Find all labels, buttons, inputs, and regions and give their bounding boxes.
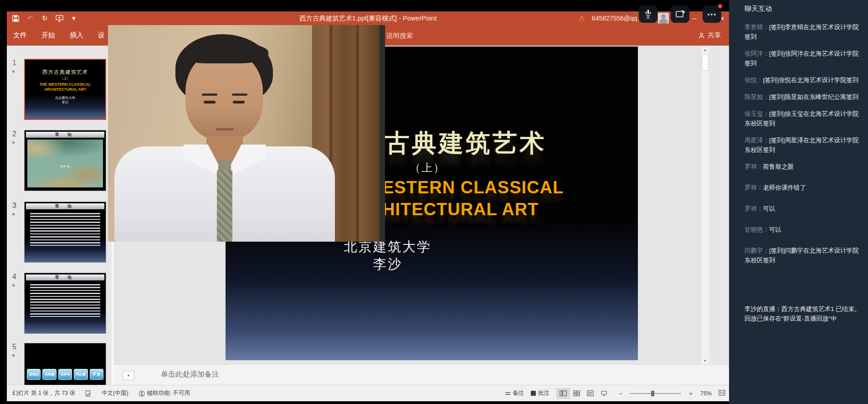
chat-system-message: 李沙的直播：西方古典建筑艺术1 已结束。回放已保存在“群设置-直播回放”中 [745,304,862,323]
voice-to-text-button[interactable]: 文 [639,5,657,23]
accessibility-icon [139,390,145,397]
chat-message: 闫鹏宇：[签到]闫鹏宇在北海艺术设计学院东校区签到 [745,246,862,265]
language-indicator[interactable]: 中文(中国) [102,389,128,397]
thumbnail-image: 导 论 [24,202,106,263]
thumb-title-en: THE WESTERN CLASSICALARCHITECTURAL ART [25,82,105,92]
tab-file[interactable]: 文件 [13,31,27,40]
screen-rotate-icon [675,9,686,19]
transition-star-icon: ★ [11,69,15,74]
slide-number: 1 [12,59,16,67]
account-avatar[interactable] [658,13,669,24]
era-button: 古希腊 [42,369,56,380]
normal-view-button[interactable] [556,388,570,399]
thumbnail-slide-5[interactable]: 5 ★ 古埃及 古希腊 古罗马 拜占庭 罗 曼 哥 特 文艺复兴 巴洛克 洛可可 [24,343,106,385]
reading-view-button[interactable] [584,388,597,399]
comments-toggle-button[interactable]: 批注 [531,389,550,397]
era-button: 古埃及 [27,369,41,380]
slide-sorter-view-button[interactable] [570,388,584,399]
chat-message: 李意晴：[签到]李意晴在北海艺术设计学院签到 [745,22,862,41]
view-switcher [556,388,611,399]
era-button: 古罗马 [58,369,72,380]
mediterranean-map: 地中海 [27,140,103,187]
thumbnail-image: 导 论 [24,273,106,334]
thumbnail-image: 导 论 地中海 [24,130,106,191]
chat-message: 罗祥：荷鲁斯之眼 [745,162,862,171]
slide-title-cn: 古典建筑艺术 [385,127,546,160]
slide-author: 李沙 [317,255,459,274]
transition-star-icon: ★ [11,140,15,145]
slide-number: 3 [12,202,16,210]
warning-icon: ⚠ [579,14,585,22]
body-text-lines [30,213,100,246]
thumb-header: 导 论 [26,275,104,280]
collapse-notes-button[interactable]: ▼ [123,371,134,380]
thumbnail-slide-4[interactable]: 4 ★ 导 论 [24,273,106,334]
zoom-out-button[interactable]: − [618,390,623,397]
status-bar: 幻灯片 第 1 张，共 73 张 中文(中国) 辅助功能: 不可用 备注 批注 [7,385,729,401]
thumb-title-cn: 西方古典建筑艺术 [25,69,105,76]
thumbnail-slide-2[interactable]: 2 ★ 导 论 地中海 [24,130,106,191]
thumbnail-slide-3[interactable]: 3 ★ 导 论 [24,202,106,263]
chat-message: 罗祥：老师你课件错了 [745,183,862,192]
transition-star-icon: ★ [11,212,15,217]
tab-insert[interactable]: 插入 [70,31,83,40]
minimize-button[interactable]: ─ [690,15,699,22]
status-left: 幻灯片 第 1 张，共 73 张 中文(中国) 辅助功能: 不可用 [12,389,190,397]
slide-number: 5 [12,343,16,351]
vertical-scrollbar[interactable]: ▲ ▼ [701,47,709,365]
thumbnail-slide-1[interactable]: 1 ★ 西方古典建筑艺术 （上） THE WESTERN CLASSICALAR… [24,59,106,120]
chat-header: 聊天互动 [745,5,862,13]
slideshow-view-button[interactable] [597,388,611,399]
spell-check-icon[interactable] [85,390,92,397]
zoom-level[interactable]: 75% [700,390,712,397]
notes-icon [505,391,510,396]
slide-counter[interactable]: 幻灯片 第 1 张，共 73 张 [12,389,75,397]
zoom-in-button[interactable]: + [688,390,693,397]
presenter-face [185,51,263,140]
sound-wave-icon [646,10,651,14]
more-icon: ⋯ [707,10,717,19]
notes-pane[interactable]: ▼ 单击此处添加备注 [113,364,729,385]
accessibility-label: 辅助功能: 不可用 [147,389,190,397]
thumb-header: 导 论 [26,203,104,209]
presenter-eye [204,101,216,104]
zoom-slider-thumb[interactable] [651,391,654,396]
chat-message-list[interactable]: 聊天互动 李意晴：[签到]李意晴在北海艺术设计学院签到 张阿洋：[签到]张阿洋在… [745,5,862,331]
scrollbar-thumb[interactable] [702,54,709,71]
chat-message: 罗祥：可以 [745,204,862,213]
comments-icon [531,391,536,396]
presenter-webcam-video[interactable] [108,25,385,242]
zoom-slider[interactable] [630,393,681,394]
share-button[interactable]: 共享 [699,31,721,40]
tab-home[interactable]: 开始 [41,31,55,40]
notification-dot [718,4,722,8]
presenter-mouth [216,128,234,130]
voice-caption-icon: 文 [646,15,651,19]
share-label: 共享 [708,31,721,40]
tell-me-search[interactable]: 说明搜索 [386,31,413,40]
thumb-header: 导 论 [26,132,104,138]
presenter-hairline [182,41,268,63]
thumb-subtitle: （上） [25,76,105,81]
tab-design-clipped[interactable]: 设 [98,31,105,40]
era-button: 罗 曼 [90,369,103,380]
webcam-right-edge [380,25,385,242]
title-bar: ↶ ↻ ▾ 西方古典建筑艺术1.ppt[兼容模式] - PowerPoint ⚠… [7,11,729,25]
tie-knot [218,160,231,171]
thumbnail-image: 古埃及 古希腊 古罗马 拜占庭 罗 曼 哥 特 文艺复兴 巴洛克 洛可可 新古典… [24,343,106,385]
screen-share-button[interactable] [671,5,689,23]
era-buttons-row-1: 古埃及 古希腊 古罗马 拜占庭 罗 曼 [27,369,103,380]
transition-star-icon: ★ [11,283,15,288]
scroll-down-icon[interactable]: ▼ [701,358,709,364]
body-text-lines [30,284,100,317]
map-label: 地中海 [27,165,103,169]
more-options-button[interactable]: ⋯ [703,5,721,23]
fit-to-window-button[interactable] [719,390,725,397]
notes-toggle-button[interactable]: 备注 [505,389,524,397]
transition-star-icon: ★ [11,353,15,358]
scroll-up-icon[interactable]: ▲ [701,47,709,53]
person-icon [699,32,704,39]
chat-message: 陈昱如：[签到]陈昱如在东峰世纪公寓签到 [745,92,862,102]
accessibility-status[interactable]: 辅助功能: 不可用 [139,389,190,397]
notes-placeholder[interactable]: 单击此处添加备注 [161,370,219,379]
